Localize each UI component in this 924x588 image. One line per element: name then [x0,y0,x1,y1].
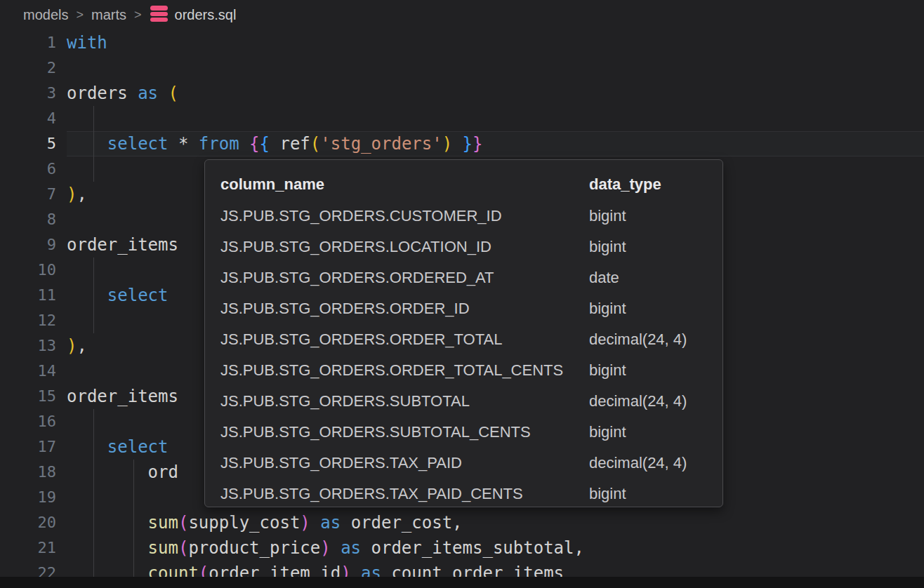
data-type-cell: decimal(24, 4) [589,392,707,410]
column-name-cell: JS.PUB.STG_ORDERS.ORDERED_AT [220,269,589,287]
popup-table-row: JS.PUB.STG_ORDERS.SUBTOTALdecimal(24, 4) [220,386,707,417]
popup-table-row: JS.PUB.STG_ORDERS.ORDER_TOTALdecimal(24,… [220,324,707,355]
code-line-content[interactable]: sum(supply_cost) as order_cost, [67,510,924,535]
popup-table-row: JS.PUB.STG_ORDERS.TAX_PAID_CENTSbigint [220,479,707,507]
data-type-cell: bigint [589,485,707,503]
code-token: ) [320,538,330,558]
code-line-content[interactable]: with [67,30,924,55]
code-line: 1with [0,30,924,55]
column-name-cell: JS.PUB.STG_ORDERS.TAX_PAID [220,454,589,472]
data-type-cell: bigint [589,423,707,441]
data-type-cell: bigint [589,361,707,380]
column-name-cell: JS.PUB.STG_ORDERS.ORDER_ID [220,300,589,318]
line-number: 20 [0,510,67,535]
code-token: ord [148,462,178,482]
line-number: 21 [0,535,67,561]
code-token [188,134,198,154]
code-token: , [77,336,86,356]
code-token [239,134,249,154]
breadcrumb: models > marts > orders.sql [0,0,924,30]
code-token: ( [310,134,320,154]
code-token: select [107,286,169,305]
code-token [128,83,138,103]
code-line: 21 sum(product_price) as order_items_sub… [0,535,924,561]
line-number: 15 [0,384,67,409]
code-token: ) [300,513,310,533]
column-name-cell: JS.PUB.STG_ORDERS.SUBTOTAL [220,392,589,410]
code-token [67,462,148,482]
code-token: orders [67,83,128,103]
line-number: 14 [0,359,67,384]
line-number: 11 [0,283,67,308]
indent-guide [133,460,134,577]
breadcrumb-separator-icon: > [134,8,142,22]
code-token [67,134,107,154]
code-token: ( [178,538,188,558]
column-name-cell: JS.PUB.STG_ORDERS.SUBTOTAL_CENTS [220,423,589,441]
code-token: sum [148,538,178,558]
code-token: ) [442,134,452,154]
code-token [270,134,279,154]
code-line-content[interactable] [67,106,924,131]
column-name-cell: JS.PUB.STG_ORDERS.CUSTOMER_ID [220,207,589,225]
code-line-content[interactable]: select * from {{ ref('stg_orders') }} [67,131,924,156]
code-token: select [107,437,169,457]
data-type-cell: decimal(24, 4) [589,330,707,349]
line-number: 2 [0,55,67,81]
code-token: } [473,134,482,154]
code-token: , [77,185,86,204]
popup-header-row: column_name data_type [220,168,707,201]
popup-table-row: JS.PUB.STG_ORDERS.ORDER_TOTAL_CENTSbigin… [220,355,707,386]
code-token [67,286,107,305]
code-line: 20 sum(supply_cost) as order_cost, [0,510,924,535]
column-name-cell: JS.PUB.STG_ORDERS.TAX_PAID_CENTS [220,485,589,503]
popup-rows: JS.PUB.STG_ORDERS.CUSTOMER_IDbigintJS.PU… [220,201,707,507]
code-token [341,513,350,533]
popup-table-row: JS.PUB.STG_ORDERS.SUBTOTAL_CENTSbigint [220,417,707,448]
code-token: ) [67,336,77,356]
column-name-cell: JS.PUB.STG_ORDERS.ORDER_TOTAL [220,330,589,349]
code-line: 2 [0,55,924,81]
code-token: product_price [188,538,320,558]
code-line: 5 select * from {{ ref('stg_orders') }} [0,131,924,156]
code-token [169,134,178,154]
code-token: 'stg_orders' [320,134,442,154]
data-type-cell: bigint [589,207,707,225]
code-token [452,134,462,154]
popup-header-data-type: data_type [589,175,707,194]
line-number: 6 [0,156,67,182]
breadcrumb-file-name[interactable]: orders.sql [175,7,237,23]
code-token: with [67,33,107,53]
data-type-cell: bigint [589,238,707,256]
code-token: order_items_subtotal, [371,538,584,558]
line-number: 9 [0,232,67,258]
indent-guide [93,258,94,333]
breadcrumb-item-models[interactable]: models [23,7,68,23]
code-token: supply_cost [188,513,300,533]
code-token: order_items [67,235,178,255]
column-name-cell: JS.PUB.STG_ORDERS.ORDER_TOTAL_CENTS [220,361,589,380]
code-token: ) [67,185,77,204]
code-token: as [320,513,341,533]
database-icon [150,5,169,26]
code-token: as [138,83,158,103]
code-line-content[interactable]: sum(product_price) as order_items_subtot… [67,535,924,561]
line-number: 5 [0,131,67,156]
popup-table-row: JS.PUB.STG_ORDERS.ORDER_IDbigint [220,293,707,324]
line-number: 16 [0,409,67,434]
line-number: 12 [0,308,67,333]
code-line-content[interactable]: orders as ( [67,81,924,106]
line-number: 13 [0,333,67,359]
code-token: order_cost, [351,513,463,533]
popup-table-row: JS.PUB.STG_ORDERS.LOCATION_IDbigint [220,232,707,262]
code-token: from [199,134,239,154]
code-token [67,437,107,457]
code-token: } [463,134,473,154]
data-type-cell: decimal(24, 4) [589,454,707,472]
breadcrumb-item-marts[interactable]: marts [91,7,126,23]
popup-header-column-name: column_name [220,175,589,194]
code-line-content[interactable] [67,55,924,81]
code-token [158,83,168,103]
line-number: 4 [0,106,67,131]
code-token [67,513,148,533]
